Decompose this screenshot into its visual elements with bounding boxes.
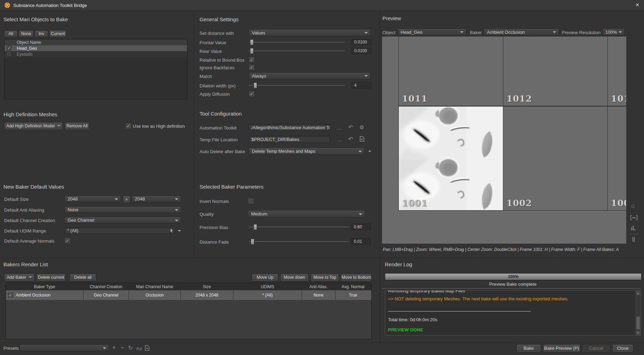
scroll-up-icon[interactable]: ▲ — [636, 291, 640, 295]
udim-tile-1002[interactable]: 1002 — [503, 106, 608, 211]
default-avg-normals-checkbox[interactable]: ✓ — [64, 238, 70, 244]
section-render-log-title: Render Log — [385, 261, 412, 267]
object-row-head-geo[interactable]: ✓ Head_Geo — [5, 45, 187, 51]
select-inv-button[interactable]: Inv — [35, 30, 48, 37]
match-dropdown[interactable]: Always — [249, 72, 371, 79]
pause-icon[interactable]: || — [632, 237, 635, 242]
preset-refresh-icon[interactable]: ↻ — [128, 345, 133, 351]
udim-tile-1013[interactable]: 1013 — [607, 37, 626, 106]
splitter-bottom[interactable] — [0, 258, 644, 258]
distance-fade-slider[interactable] — [249, 238, 349, 245]
baker-row-ambient-occlusion[interactable]: ✓ Ambient Occlusion Geo Channel Occlusio… — [6, 290, 371, 300]
frame-width-icon[interactable] — [630, 215, 637, 220]
preset-tag-icon[interactable] — [145, 345, 149, 351]
apply-diffusion-checkbox[interactable]: ✓ — [249, 91, 255, 97]
sparkle-icon[interactable]: ✦ — [368, 149, 372, 153]
render-log-box[interactable]: Removing temporary Baked Map Files => NO… — [385, 290, 641, 336]
select-none-button[interactable]: None — [19, 30, 33, 37]
object-checkbox-head-geo[interactable]: ✓ — [7, 46, 11, 50]
relative-bbox-checkbox[interactable]: ✓ — [249, 57, 255, 63]
log-scrollbar[interactable]: ▲ ▼ — [635, 291, 641, 335]
chevron-down-icon — [175, 209, 178, 211]
add-baker-button[interactable]: Add Baker — [4, 274, 34, 281]
distance-with-value: Values — [252, 30, 265, 36]
tag-icon[interactable] — [359, 136, 364, 142]
invert-normals-checkbox[interactable] — [248, 198, 254, 204]
splitter-middle[interactable] — [380, 11, 380, 342]
default-size-dropdown[interactable]: 2048 — [64, 196, 121, 202]
frame-all-icon[interactable] — [631, 226, 636, 231]
quality-value: Medium — [251, 211, 267, 216]
delete-all-button[interactable]: Delete all — [70, 274, 96, 281]
window-title: Substance Automation Toolkit Bridge — [13, 3, 87, 8]
autodelete-dropdown[interactable]: Delete Temp Meshes and Maps — [249, 148, 365, 155]
frontal-value-slider[interactable] — [249, 39, 345, 45]
toolkit-path-input[interactable]: /Allegorithmic/Substance Automation Tool… — [249, 124, 330, 131]
presets-dropdown[interactable] — [20, 345, 109, 351]
browse-icon[interactable]: ... — [337, 125, 342, 130]
quality-label: Quality — [200, 212, 214, 217]
scrollbar-thumb[interactable] — [636, 316, 640, 330]
default-aa-dropdown[interactable]: None — [64, 206, 181, 213]
default-channel-dropdown[interactable]: Geo Channel — [64, 217, 181, 223]
dilation-value-box[interactable]: 4 — [351, 82, 371, 88]
browse-icon[interactable]: ... — [337, 137, 342, 142]
preview-baker-label: Baker — [470, 30, 482, 35]
preset-remove-icon[interactable]: − — [121, 345, 124, 351]
close-button[interactable]: Close — [612, 344, 633, 352]
rear-value-slider[interactable] — [249, 48, 345, 54]
remove-all-button[interactable]: Remove All — [65, 122, 89, 130]
move-down-button[interactable]: Move down — [280, 274, 309, 281]
undo-icon[interactable]: ↶ — [348, 136, 353, 142]
size-link-button[interactable]: = — [123, 196, 130, 203]
preset-add-icon[interactable]: + — [112, 345, 116, 351]
gear-icon[interactable]: ⚙ — [359, 125, 364, 130]
default-udim-input[interactable]: * (All) — [64, 227, 171, 234]
move-to-bottom-button[interactable]: Move to Bottom — [341, 274, 372, 281]
use-low-as-high-checkbox[interactable]: ✓ — [125, 123, 131, 129]
default-size2-dropdown[interactable]: 2048 — [132, 196, 181, 202]
object-row-eyeballs[interactable]: Eyeballs — [5, 51, 187, 57]
precision-bias-box[interactable]: 0.60 — [351, 223, 371, 230]
baker-row-checkbox[interactable]: ✓ — [8, 293, 13, 298]
delete-current-button[interactable]: Delete current — [37, 274, 65, 281]
col-channel-creation: Channel Creation — [84, 283, 129, 290]
home-icon[interactable]: ⌂ — [631, 203, 635, 209]
udim-tile-1011[interactable]: 1011 — [398, 37, 503, 106]
move-up-button[interactable]: Move Up — [252, 274, 278, 281]
col-mari-channel: Mari Channel Name — [129, 283, 181, 290]
preset-rename-icon[interactable]: Aa — [136, 346, 142, 351]
select-current-button[interactable]: Current — [49, 30, 66, 37]
close-icon[interactable]: ✕ — [635, 2, 639, 8]
chevron-down-icon — [175, 198, 178, 200]
precision-bias-slider[interactable] — [249, 224, 349, 230]
distance-with-dropdown[interactable]: Values — [249, 29, 371, 36]
preview-baker-dropdown[interactable]: Ambient Occlusion — [484, 29, 559, 36]
preview-canvas[interactable]: 1011 1012 1013 — [382, 37, 626, 244]
splitter-left[interactable] — [194, 11, 194, 258]
preview-resolution-dropdown[interactable]: 100% — [602, 29, 625, 36]
bake-preview-button[interactable]: Bake Preview (P) — [543, 344, 580, 352]
chevron-down-icon — [364, 75, 368, 77]
undo-icon[interactable]: ↶ — [348, 125, 353, 130]
app-window: Substance Automation Toolkit Bridge ✕ Se… — [0, 0, 644, 355]
udim-tile-1003[interactable]: 1003 — [607, 106, 626, 211]
move-to-top-button[interactable]: Move to Top — [311, 274, 339, 281]
select-all-button[interactable]: All — [4, 30, 17, 37]
temp-location-input[interactable]: $PROJECT_DIR/Bakes — [249, 136, 330, 143]
quality-dropdown[interactable]: Medium — [248, 210, 365, 218]
rear-value-box[interactable]: 0.0100 — [351, 48, 371, 54]
chevron-down-icon — [178, 230, 181, 232]
preview-object-dropdown[interactable]: Head_Geo — [397, 29, 466, 36]
udim-tile-1012[interactable]: 1012 — [503, 37, 608, 106]
frontal-value-box[interactable]: 0.0100 — [351, 39, 371, 45]
add-hd-model-button[interactable]: Add High Definition Model — [4, 122, 63, 130]
scroll-down-icon[interactable]: ▼ — [636, 331, 640, 335]
dilation-slider[interactable] — [249, 82, 345, 88]
udim-tile-1001[interactable]: 1001 — [398, 106, 503, 211]
bake-button[interactable]: Bake — [517, 344, 541, 352]
udim-pick-button[interactable] — [169, 228, 181, 234]
distance-fade-box[interactable]: 0.01 — [351, 238, 371, 245]
ignore-backfaces-checkbox[interactable]: ✓ — [249, 64, 255, 70]
object-checkbox-eyeballs[interactable] — [7, 52, 11, 56]
